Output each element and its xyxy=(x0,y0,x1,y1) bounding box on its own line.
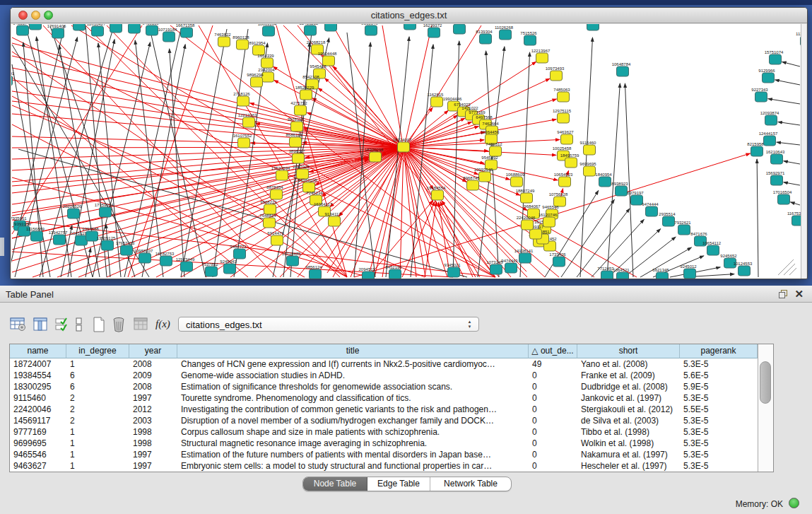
table-cell[interactable]: 9777169 xyxy=(10,426,66,438)
graph-node[interactable] xyxy=(31,231,43,241)
table-row[interactable]: 1872400712008Changes of HCN gene express… xyxy=(10,358,758,370)
graph-node[interactable] xyxy=(755,92,767,102)
table-cell[interactable]: 2008 xyxy=(129,381,177,392)
column-header-short[interactable]: short xyxy=(577,344,680,358)
graph-node[interactable] xyxy=(271,235,283,245)
table-cell[interactable]: 1 xyxy=(66,460,129,472)
graph-node[interactable] xyxy=(11,76,13,86)
table-cell[interactable]: 0 xyxy=(529,392,577,404)
graph-node[interactable] xyxy=(565,158,577,168)
close-panel-icon[interactable]: ✕ xyxy=(794,288,804,300)
table-cell[interactable]: 9115460 xyxy=(10,392,66,404)
graph-node[interactable] xyxy=(224,264,236,274)
graph-node[interactable] xyxy=(92,26,104,36)
table-cell[interactable]: Changes of HCN gene expression and I(f) … xyxy=(177,358,529,370)
graph-node[interactable] xyxy=(160,256,172,266)
table-cell[interactable]: Tourette syndrome. Phenomenology and cla… xyxy=(177,392,529,404)
table-row[interactable]: 946554611997Estimation of the future num… xyxy=(10,449,758,460)
window-titlebar[interactable]: citations_edges.txt xyxy=(11,8,807,23)
delete-table-icon[interactable] xyxy=(112,317,126,332)
select-columns-icon[interactable] xyxy=(55,317,68,332)
table-row[interactable]: 1830029562008Estimation of significance … xyxy=(10,381,758,392)
table-cell[interactable]: Structural magnetic resonance image aver… xyxy=(177,438,529,449)
graph-node[interactable] xyxy=(293,153,305,163)
table-cell[interactable]: 1 xyxy=(66,426,129,438)
graph-node[interactable] xyxy=(601,271,613,279)
graph-node[interactable] xyxy=(163,32,175,42)
table-cell[interactable]: 0 xyxy=(529,381,577,392)
tab-edge-table[interactable]: Edge Table xyxy=(367,477,430,491)
table-cell[interactable]: 5.3E-5 xyxy=(680,438,758,449)
table-panel-titlebar[interactable]: Table Panel ✕ xyxy=(0,286,812,303)
graph-node[interactable] xyxy=(763,73,775,83)
graph-node[interactable] xyxy=(770,54,782,64)
graph-node[interactable] xyxy=(181,262,193,271)
table-cell[interactable]: 5.9E-5 xyxy=(680,381,758,392)
table-cell[interactable]: 2012 xyxy=(129,404,177,415)
network-view-window[interactable]: citations_edges.txt 34055749685804176914… xyxy=(10,7,808,279)
graph-node[interactable] xyxy=(551,71,563,81)
graph-node[interactable] xyxy=(584,145,596,155)
graph-node[interactable] xyxy=(511,177,523,187)
table-vertical-scrollbar[interactable] xyxy=(758,344,773,472)
graph-node[interactable] xyxy=(218,37,230,47)
graph-node[interactable] xyxy=(765,115,777,125)
graph-node[interactable] xyxy=(559,177,571,187)
graph-node[interactable] xyxy=(262,72,274,82)
graph-node[interactable] xyxy=(500,30,512,40)
table-settings-icon[interactable] xyxy=(10,317,27,332)
float-panel-icon[interactable] xyxy=(778,289,788,299)
graph-node[interactable] xyxy=(778,194,790,204)
graph-node[interactable] xyxy=(263,26,275,36)
graph-node[interactable] xyxy=(398,142,410,152)
table-cell[interactable]: 5.3E-5 xyxy=(680,449,758,460)
graph-node[interactable] xyxy=(599,177,611,187)
table-cell[interactable]: 5.3E-5 xyxy=(680,392,758,404)
graph-node[interactable] xyxy=(73,24,86,30)
graph-node[interactable] xyxy=(30,24,42,30)
graph-node[interactable] xyxy=(454,24,466,34)
graph-node[interactable] xyxy=(181,28,193,37)
graph-node[interactable] xyxy=(54,235,66,245)
graph-node[interactable] xyxy=(657,272,669,279)
table-cell[interactable]: de Silva et al. (2003) xyxy=(577,415,680,426)
graph-node[interactable] xyxy=(287,256,299,266)
graph-node[interactable] xyxy=(663,216,675,226)
table-row[interactable]: 946362711997Embryonic stem cells: a mode… xyxy=(10,460,758,472)
graph-node[interactable] xyxy=(146,25,158,35)
table-cell[interactable]: 5.3E-5 xyxy=(680,426,758,438)
graph-node[interactable] xyxy=(129,24,141,33)
graph-node[interactable] xyxy=(264,204,276,214)
graph-node[interactable] xyxy=(329,216,341,226)
graph-node[interactable] xyxy=(110,24,122,33)
resize-grip[interactable] xyxy=(778,259,796,275)
graph-node[interactable] xyxy=(553,257,565,267)
table-cell[interactable]: Wolkin et al. (1998) xyxy=(577,438,680,449)
table-cell[interactable]: Dudbridge et al. (2008) xyxy=(577,381,680,392)
function-builder-icon[interactable]: f(x) xyxy=(155,318,170,330)
table-cell[interactable]: Nakamura et al. (1997) xyxy=(577,449,680,460)
graph-node[interactable] xyxy=(121,245,133,255)
graph-node[interactable] xyxy=(370,152,382,162)
table-cell[interactable]: 5.3E-5 xyxy=(680,460,758,472)
table-cell[interactable]: 0 xyxy=(529,438,577,449)
table-cell[interactable]: 9465546 xyxy=(10,449,66,460)
table-cell[interactable]: Estimation of the future numbers of pati… xyxy=(177,449,529,460)
table-cell[interactable]: 6 xyxy=(66,370,129,381)
graph-node[interactable] xyxy=(102,240,114,250)
table-cell[interactable]: Jankovic et al. (1997) xyxy=(577,392,680,404)
graph-node[interactable] xyxy=(206,267,218,276)
graph-node[interactable] xyxy=(587,24,599,30)
graph-node[interactable] xyxy=(52,28,64,38)
graph-node[interactable] xyxy=(617,272,629,279)
column-header-title[interactable]: title xyxy=(177,344,529,358)
table-cell[interactable]: Yano et al. (2008) xyxy=(577,358,680,370)
column-header-name[interactable]: name xyxy=(10,344,66,358)
graph-node[interactable] xyxy=(276,170,288,180)
column-header-in_degree[interactable]: in_degree xyxy=(66,344,129,358)
table-cell[interactable]: Tibbo et al. (1998) xyxy=(577,426,680,438)
graph-node[interactable] xyxy=(68,209,80,218)
graph-node[interactable] xyxy=(543,217,555,227)
graph-node[interactable] xyxy=(707,245,719,255)
graph-node[interactable] xyxy=(558,113,570,123)
